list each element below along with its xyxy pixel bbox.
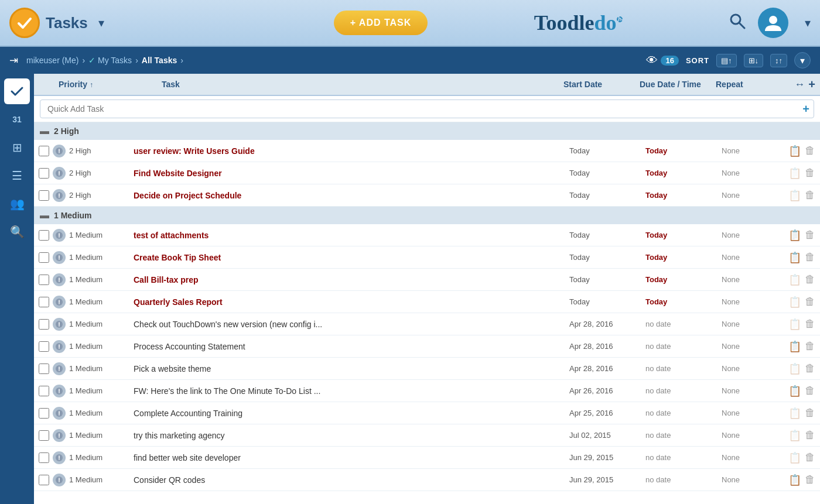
task-checkbox[interactable] xyxy=(39,297,49,307)
logo-toodle: Toodle xyxy=(534,11,594,35)
breadcrumb-user[interactable]: mikeuser (Me) xyxy=(26,56,78,65)
delete-icon[interactable]: 🗑 xyxy=(805,362,815,375)
col-add-icon[interactable]: + xyxy=(808,78,815,91)
task-name[interactable]: test of attachments xyxy=(134,231,569,240)
task-name[interactable]: Pick a website theme xyxy=(134,364,569,373)
note-icon[interactable]: 📋 xyxy=(788,229,801,242)
note-icon-empty[interactable]: 📋 xyxy=(788,318,801,331)
note-icon-empty[interactable]: 📋 xyxy=(788,429,801,442)
col-expand-icon[interactable]: ↔ xyxy=(794,78,805,91)
sort-btn-2[interactable]: ⊞↓ xyxy=(744,54,764,67)
delete-icon[interactable]: 🗑 xyxy=(805,429,815,441)
col-startdate-header[interactable]: Start Date xyxy=(563,80,640,89)
table-row: 1 Medium Call Bill-tax prep Today Today … xyxy=(34,269,820,291)
task-checkbox[interactable] xyxy=(39,230,49,241)
task-checkbox[interactable] xyxy=(39,168,49,179)
sidebar-item-contacts[interactable]: 👥 xyxy=(4,191,30,217)
task-duedate: no date xyxy=(645,409,722,417)
delete-icon[interactable]: 🗑 xyxy=(805,145,815,157)
task-name[interactable]: Process Accounting Statement xyxy=(134,342,569,351)
task-name[interactable]: Complete Accounting Training xyxy=(134,409,569,418)
search-button[interactable] xyxy=(729,12,746,34)
task-name[interactable]: find better web site developer xyxy=(134,453,569,462)
add-task-button[interactable]: + ADD TASK xyxy=(334,11,428,35)
delete-icon[interactable]: 🗑 xyxy=(805,474,815,486)
group-collapse-icon[interactable]: ▬ xyxy=(40,210,49,221)
delete-icon[interactable]: 🗑 xyxy=(805,189,815,201)
task-name[interactable]: user review: Write Users Guide xyxy=(134,146,569,156)
task-checkbox[interactable] xyxy=(39,430,49,441)
task-checkbox[interactable] xyxy=(39,364,49,374)
task-checkbox[interactable] xyxy=(39,386,49,396)
app-logo-circle[interactable] xyxy=(9,8,40,38)
note-icon[interactable]: 📋 xyxy=(788,251,801,264)
delete-icon[interactable]: 🗑 xyxy=(805,451,815,464)
note-icon[interactable]: 📋 xyxy=(788,340,801,353)
note-icon[interactable]: 📋 xyxy=(788,145,801,157)
task-checkbox[interactable] xyxy=(39,146,49,156)
sidebar-item-tasks[interactable] xyxy=(4,78,30,104)
delete-icon[interactable]: 🗑 xyxy=(805,318,815,330)
delete-icon[interactable]: 🗑 xyxy=(805,167,815,179)
note-icon-empty[interactable]: 📋 xyxy=(788,407,801,420)
task-checkbox[interactable] xyxy=(39,319,49,330)
task-name[interactable]: Create Book Tip Sheet xyxy=(134,253,569,262)
group-header-0[interactable]: ▬ 2 High xyxy=(34,122,820,140)
note-icon-empty[interactable]: 📋 xyxy=(788,451,801,464)
sidebar-item-search[interactable]: 🔍 xyxy=(4,219,30,245)
task-checkbox[interactable] xyxy=(39,341,49,352)
tasks-dropdown-arrow[interactable]: ▾ xyxy=(98,16,104,30)
task-startdate: Today xyxy=(569,146,645,155)
sidebar-item-list[interactable]: ☰ xyxy=(4,163,30,188)
priority-icon xyxy=(53,145,66,157)
breadcrumb-alltasks[interactable]: All Tasks xyxy=(142,56,177,65)
nav-options-chevron[interactable]: ▾ xyxy=(794,52,811,68)
note-icon-empty[interactable]: 📋 xyxy=(788,189,801,202)
task-duedate: Today xyxy=(645,169,722,177)
quick-add-plus-icon[interactable]: + xyxy=(802,102,809,116)
note-icon-empty[interactable]: 📋 xyxy=(788,362,801,375)
task-name[interactable]: try this marketing agency xyxy=(134,431,569,440)
task-checkbox[interactable] xyxy=(39,275,49,285)
group-collapse-icon[interactable]: ▬ xyxy=(40,126,49,136)
note-icon-empty[interactable]: 📋 xyxy=(788,167,801,180)
task-name[interactable]: Consider QR codes xyxy=(134,475,569,485)
col-duedate-header[interactable]: Due Date / Time xyxy=(640,80,716,89)
sidebar-item-grid[interactable]: ⊞ xyxy=(4,135,30,160)
task-name[interactable]: FW: Here's the link to The One Minute To… xyxy=(134,386,569,396)
task-name[interactable]: Find Website Designer xyxy=(134,169,569,178)
user-dropdown-arrow[interactable]: ▾ xyxy=(805,16,811,30)
task-name[interactable]: Decide on Project Schedule xyxy=(134,191,569,200)
group-header-1[interactable]: ▬ 1 Medium xyxy=(34,207,820,224)
note-icon-empty[interactable]: 📋 xyxy=(788,296,801,308)
note-icon[interactable]: 📋 xyxy=(788,385,801,397)
col-repeat-header[interactable]: Repeat xyxy=(716,80,774,89)
task-checkbox[interactable] xyxy=(39,252,49,263)
task-checkbox[interactable] xyxy=(39,452,49,463)
col-priority-header[interactable]: Priority ↑ xyxy=(56,80,162,89)
pin-icon[interactable]: ⇥ xyxy=(9,54,18,67)
quick-add-input[interactable] xyxy=(40,100,814,118)
task-checkbox[interactable] xyxy=(39,408,49,419)
task-checkbox[interactable] xyxy=(39,190,49,201)
delete-icon[interactable]: 🗑 xyxy=(805,273,815,286)
task-name[interactable]: Quarterly Sales Report xyxy=(134,297,569,307)
delete-icon[interactable]: 🗑 xyxy=(805,229,815,241)
delete-icon[interactable]: 🗑 xyxy=(805,340,815,352)
task-checkbox[interactable] xyxy=(39,475,49,485)
note-icon-empty[interactable]: 📋 xyxy=(788,273,801,286)
group-label-0: 2 High xyxy=(54,126,79,136)
sort-btn-3[interactable]: ↕↑ xyxy=(770,54,787,67)
delete-icon[interactable]: 🗑 xyxy=(805,296,815,308)
delete-icon[interactable]: 🗑 xyxy=(805,251,815,263)
task-name[interactable]: Call Bill-tax prep xyxy=(134,275,569,284)
col-actions-header: ↔ + xyxy=(774,78,815,91)
note-icon[interactable]: 📋 xyxy=(788,474,801,486)
sidebar-item-calendar[interactable]: 31 xyxy=(4,107,30,132)
delete-icon[interactable]: 🗑 xyxy=(805,385,815,397)
breadcrumb-mytasks[interactable]: ✓ My Tasks xyxy=(88,56,132,65)
user-avatar[interactable] xyxy=(758,8,788,38)
delete-icon[interactable]: 🗑 xyxy=(805,407,815,419)
task-name[interactable]: Check out TouchDown's new version (new c… xyxy=(134,320,569,329)
sort-btn-1[interactable]: ▤↑ xyxy=(716,54,737,67)
